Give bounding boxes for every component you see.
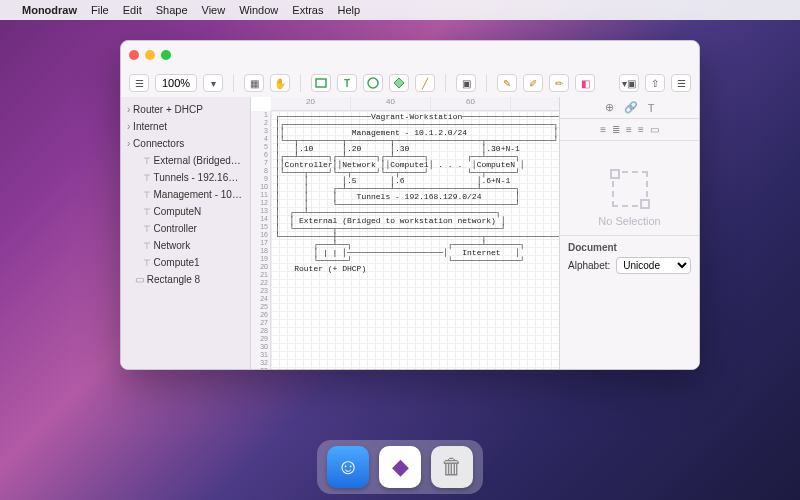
ruler-v-tick: 32 [251,359,270,367]
ruler-v-tick: 5 [251,143,270,151]
sidebar-toggle-button[interactable]: ☰ [129,74,149,92]
ruler-v-tick: 28 [251,327,270,335]
ruler-v-tick: 8 [251,167,270,175]
distribute-icon[interactable]: ▭ [650,124,659,135]
monodraw-window: ☰ 100% ▾ ▦ ✋ T ╱ ▣ ✎ ✐ ✏ ◧ ▾▣ [120,40,700,370]
ruler-v-tick: 22 [251,279,270,287]
inspector-tab-text-icon[interactable]: T [648,102,655,114]
sidebar-item[interactable]: Router + DHCP [121,101,250,118]
rect-tool[interactable] [311,74,331,92]
menubar-help[interactable]: Help [337,4,360,16]
ruler-v-tick: 23 [251,287,270,295]
ruler-v-tick: 14 [251,215,270,223]
toolbar-separator [300,74,301,92]
macos-menubar: Monodraw File Edit Shape View Window Ext… [0,0,800,20]
snapshot-button[interactable]: ▾▣ [619,74,639,92]
sidebar-item[interactable]: Rectangle 8 [121,271,250,288]
close-window-button[interactable] [129,50,139,60]
ruler-v-tick: 4 [251,135,270,143]
inspector-tab-geometry-icon[interactable]: ⊕ [605,101,614,114]
dock-finder-icon[interactable]: ☺ [327,446,369,488]
document-section-header: Document [568,242,691,253]
inspector-tabs: ⊕ 🔗 T [560,97,699,119]
image-tool[interactable]: ▣ [456,74,476,92]
ruler-v-tick: 31 [251,351,270,359]
ruler-v-tick: 24 [251,295,270,303]
ruler-v-tick: 3 [251,127,270,135]
line-tool[interactable]: ╱ [415,74,435,92]
ruler-v-tick: 17 [251,239,270,247]
brush-tool[interactable]: ✏ [549,74,569,92]
ruler-v-tick: 1 [251,111,270,119]
sidebar-item[interactable]: Network [121,237,250,254]
no-selection-label: No Selection [560,215,699,227]
toolbar-separator [486,74,487,92]
svg-point-1 [368,78,378,88]
ruler-v-tick: 33 [251,367,270,369]
sidebar-item[interactable]: Controller [121,220,250,237]
sidebar-item[interactable]: Tunnels - 192.168.1… [121,169,250,186]
inspector-panel: ⊕ 🔗 T ≡ ≣ ≡ ≡ ▭ No Selection Document Al… [559,97,699,369]
ruler-v-tick: 9 [251,175,270,183]
align-center-icon[interactable]: ≣ [612,124,620,135]
align-top-icon[interactable]: ≡ [638,124,644,135]
menubar-view[interactable]: View [202,4,226,16]
ascii-canvas[interactable]: ┌───────────────────Vagrant-Workstation─… [271,111,559,369]
pan-tool[interactable]: ✋ [270,74,290,92]
ruler-v-tick: 2 [251,119,270,127]
align-right-icon[interactable]: ≡ [626,124,632,135]
no-selection-placeholder: No Selection [560,141,699,235]
sidebar-item[interactable]: Internet [121,118,250,135]
sidebar-item[interactable]: Compute1 [121,254,250,271]
window-titlebar[interactable] [121,41,699,69]
inspector-document-section: Document Alphabet: Unicode [560,235,699,280]
ruler-v-tick: 12 [251,199,270,207]
sidebar-item[interactable]: Management - 10.1… [121,186,250,203]
ruler-v-tick: 7 [251,159,270,167]
alphabet-select[interactable]: Unicode [616,257,691,274]
ruler-v-tick: 21 [251,271,270,279]
sidebar-item[interactable]: External (Bridged to… [121,152,250,169]
toolbar: ☰ 100% ▾ ▦ ✋ T ╱ ▣ ✎ ✐ ✏ ◧ ▾▣ [121,69,699,97]
zoom-level[interactable]: 100% [155,74,197,92]
alphabet-label: Alphabet: [568,260,610,271]
ruler-v-tick: 13 [251,207,270,215]
pencil-tool[interactable]: ✎ [497,74,517,92]
freehand-tool[interactable]: ✐ [523,74,543,92]
sidebar-item[interactable]: ComputeN [121,203,250,220]
menubar-window[interactable]: Window [239,4,278,16]
text-tool[interactable]: T [337,74,357,92]
align-left-icon[interactable]: ≡ [600,124,606,135]
toolbar-separator [233,74,234,92]
eraser-tool[interactable]: ◧ [575,74,595,92]
ruler-v-tick: 10 [251,183,270,191]
menubar-file[interactable]: File [91,4,109,16]
ellipse-tool[interactable] [363,74,383,92]
sidebar-item[interactable]: Connectors [121,135,250,152]
inspector-toggle-button[interactable]: ☰ [671,74,691,92]
menubar-extras[interactable]: Extras [292,4,323,16]
macos-dock: ☺ ◆ 🗑 [317,440,483,494]
ruler-v-tick: 19 [251,255,270,263]
menubar-shape[interactable]: Shape [156,4,188,16]
inspector-tab-link-icon[interactable]: 🔗 [624,101,638,114]
shapes-list: Router + DHCPInternetConnectorsExternal … [121,97,250,292]
zoom-window-button[interactable] [161,50,171,60]
menubar-edit[interactable]: Edit [123,4,142,16]
dock-trash-icon[interactable]: 🗑 [431,446,473,488]
ruler-v-tick: 18 [251,247,270,255]
ruler-h-tick: 40 [351,97,431,110]
ruler-v-tick: 20 [251,263,270,271]
dock-monodraw-icon[interactable]: ◆ [379,446,421,488]
ruler-h-tick: 60 [431,97,511,110]
svg-marker-2 [394,78,404,88]
select-tool[interactable]: ▦ [244,74,264,92]
minimize-window-button[interactable] [145,50,155,60]
menubar-appname[interactable]: Monodraw [22,4,77,16]
ruler-v-tick: 16 [251,231,270,239]
window-body: Router + DHCPInternetConnectorsExternal … [121,97,699,369]
canvas-area: 20 40 60 1234567891011121314151617181920… [251,97,559,369]
export-button[interactable]: ⇧ [645,74,665,92]
diamond-tool[interactable] [389,74,409,92]
zoom-stepper[interactable]: ▾ [203,74,223,92]
